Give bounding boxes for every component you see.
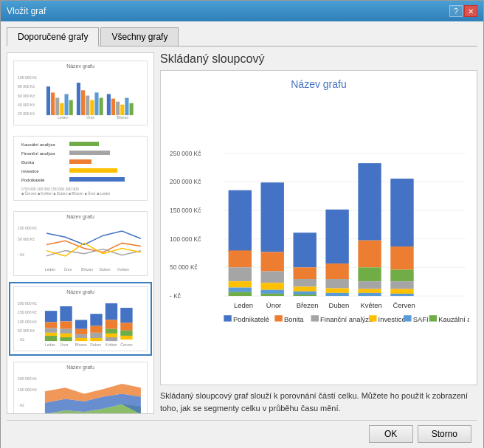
svg-rect-76 xyxy=(120,331,132,336)
svg-rect-123 xyxy=(293,292,316,294)
svg-rect-65 xyxy=(90,314,102,325)
right-panel: Skládaný sloupcový Název grafu 250 000 K… xyxy=(160,52,477,414)
svg-rect-15 xyxy=(94,92,98,115)
svg-rect-31 xyxy=(69,159,91,164)
svg-rect-111 xyxy=(229,288,252,292)
svg-text:Finanční analýza: Finanční analýza xyxy=(21,151,55,156)
svg-rect-140 xyxy=(390,289,413,294)
svg-rect-17 xyxy=(107,94,111,115)
svg-rect-62 xyxy=(75,329,87,334)
svg-rect-118 xyxy=(261,294,284,296)
svg-rect-126 xyxy=(325,263,348,279)
svg-rect-141 xyxy=(390,294,413,296)
help-button[interactable]: ? xyxy=(449,5,463,17)
svg-rect-35 xyxy=(69,177,125,182)
svg-rect-125 xyxy=(325,210,348,263)
svg-text:Bonita: Bonita xyxy=(21,160,35,165)
svg-text:Leden: Leden xyxy=(58,115,68,120)
svg-rect-60 xyxy=(60,337,72,341)
thumbnail-area[interactable]: Název grafu 200 000 Kč 100 000 Kč - Kč L… xyxy=(9,357,152,414)
svg-text:SAFI: SAFI xyxy=(413,315,429,323)
svg-text:200 000 Kč: 200 000 Kč xyxy=(170,178,201,185)
chart-thumbnail-list[interactable]: Název grafu 100 000 Kč 80 000 Kč 60 000 … xyxy=(7,52,154,414)
svg-rect-63 xyxy=(75,334,87,338)
svg-text:200 000 Kč: 200 000 Kč xyxy=(18,376,37,381)
svg-rect-53 xyxy=(45,328,57,333)
svg-rect-158 xyxy=(429,315,437,321)
title-bar: Vložit graf ? ✕ xyxy=(1,1,483,21)
svg-rect-131 xyxy=(358,241,381,268)
svg-text:Investice: Investice xyxy=(21,169,39,173)
svg-rect-124 xyxy=(293,294,316,296)
svg-text:Leden: Leden xyxy=(45,267,55,272)
thumbnail-grouped-bar[interactable]: Název grafu 100 000 Kč 80 000 Kč 60 000 … xyxy=(9,56,152,130)
svg-text:Investice: Investice xyxy=(378,315,406,323)
svg-text:200 000 Kč: 200 000 Kč xyxy=(18,301,37,306)
svg-text:Březen: Březen xyxy=(297,301,319,309)
svg-text:Květen: Květen xyxy=(106,342,117,347)
chart-preview-title: Název grafu xyxy=(291,78,346,90)
svg-rect-54 xyxy=(45,333,57,336)
svg-rect-136 xyxy=(390,179,413,247)
svg-text:Březen: Březen xyxy=(81,267,93,272)
svg-rect-135 xyxy=(358,293,381,296)
svg-rect-8 xyxy=(60,103,63,115)
svg-rect-55 xyxy=(45,336,57,341)
svg-text:Květen: Květen xyxy=(117,267,129,272)
svg-rect-122 xyxy=(293,287,316,292)
svg-text:Červen: Červen xyxy=(393,301,415,309)
svg-rect-69 xyxy=(106,303,117,320)
svg-rect-6 xyxy=(51,92,55,115)
thumbnail-line[interactable]: Název grafu 100 000 Kč 50 000 Kč - Kč Le… xyxy=(9,207,152,280)
svg-text:150 000 Kč: 150 000 Kč xyxy=(18,310,37,314)
svg-rect-74 xyxy=(120,308,132,323)
ok-button[interactable]: OK xyxy=(369,425,413,443)
svg-text:50 000 Kč: 50 000 Kč xyxy=(18,328,35,333)
svg-rect-114 xyxy=(261,252,284,271)
tab-recommended[interactable]: Doporučené grafy xyxy=(7,27,99,46)
svg-rect-120 xyxy=(293,267,316,279)
svg-text:Podnikatelé: Podnikatelé xyxy=(233,315,269,323)
svg-text:100 000 Kč: 100 000 Kč xyxy=(18,75,37,80)
svg-rect-133 xyxy=(358,281,381,289)
dialog: Vložit graf ? ✕ Doporučené grafy Všechny… xyxy=(0,0,484,448)
chart-preview: Název grafu 250 000 Kč 200 000 Kč 150 00… xyxy=(160,70,477,385)
close-button[interactable]: ✕ xyxy=(464,5,477,17)
svg-text:Podnikatelé: Podnikatelé xyxy=(21,178,45,182)
svg-rect-148 xyxy=(224,315,231,321)
svg-rect-22 xyxy=(130,103,134,115)
svg-text:- Kč: - Kč xyxy=(18,252,25,257)
svg-text:Únor: Únor xyxy=(266,301,281,309)
svg-text:Únor: Únor xyxy=(63,267,72,272)
svg-rect-134 xyxy=(358,289,381,293)
svg-text:50 000 Kč: 50 000 Kč xyxy=(170,263,198,271)
svg-rect-33 xyxy=(69,168,117,173)
svg-text:100 000 Kč: 100 000 Kč xyxy=(18,320,37,324)
svg-text:100 000 Kč: 100 000 Kč xyxy=(18,226,37,230)
title-bar-buttons: ? ✕ xyxy=(449,5,477,17)
main-area: Název grafu 100 000 Kč 80 000 Kč 60 000 … xyxy=(7,52,477,414)
chart-area: 250 000 Kč 200 000 Kč 150 000 Kč 100 000… xyxy=(168,96,469,377)
thumbnail-stacked-bar[interactable]: Název grafu 200 000 Kč 150 000 Kč 100 00… xyxy=(9,282,152,356)
dialog-body: Doporučené grafy Všechny grafy Název gra… xyxy=(1,21,483,448)
svg-rect-9 xyxy=(65,94,69,115)
svg-text:80 000 Kč: 80 000 Kč xyxy=(18,84,35,89)
svg-rect-68 xyxy=(90,338,102,341)
thumbnail-hbar[interactable]: Kauzální analýza Finanční analýza Bonita… xyxy=(9,131,152,205)
svg-rect-70 xyxy=(106,320,117,328)
svg-rect-152 xyxy=(311,315,319,321)
svg-rect-113 xyxy=(261,182,284,252)
cancel-button[interactable]: Storno xyxy=(418,425,471,443)
thumb-title-5: Název grafu xyxy=(16,365,145,370)
svg-rect-138 xyxy=(390,269,413,281)
svg-text:- Kč: - Kč xyxy=(18,337,25,342)
svg-rect-66 xyxy=(90,326,102,333)
svg-text:Březen: Březen xyxy=(75,342,87,347)
svg-rect-51 xyxy=(45,311,57,322)
svg-rect-110 xyxy=(229,281,252,287)
svg-rect-156 xyxy=(404,315,411,321)
tab-all[interactable]: Všechny grafy xyxy=(100,27,179,46)
svg-rect-59 xyxy=(60,334,72,337)
svg-rect-12 xyxy=(81,90,85,115)
svg-rect-19 xyxy=(116,102,120,115)
